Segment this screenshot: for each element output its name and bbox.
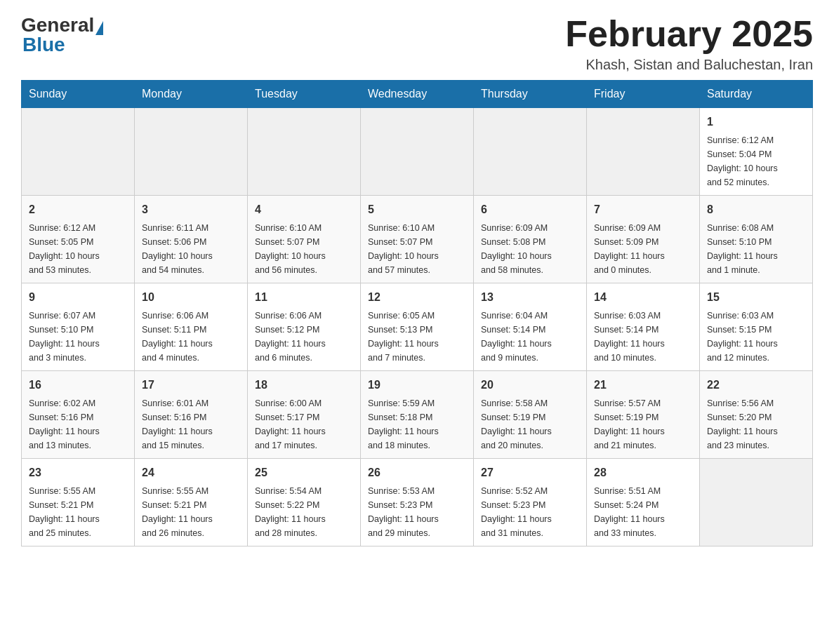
calendar-cell: 11Sunrise: 6:06 AM Sunset: 5:12 PM Dayli… [248, 283, 361, 371]
weekday-wednesday: Wednesday [361, 81, 474, 108]
day-number: 5 [368, 201, 466, 218]
week-row-4: 16Sunrise: 6:02 AM Sunset: 5:16 PM Dayli… [22, 371, 813, 459]
day-number: 10 [142, 289, 240, 306]
day-number: 16 [29, 377, 127, 394]
day-number: 13 [481, 289, 579, 306]
day-number: 21 [594, 377, 692, 394]
day-info: Sunrise: 6:12 AM Sunset: 5:04 PM Dayligh… [707, 133, 805, 189]
week-row-3: 9Sunrise: 6:07 AM Sunset: 5:10 PM Daylig… [22, 283, 813, 371]
day-number: 11 [255, 289, 353, 306]
calendar-cell: 13Sunrise: 6:04 AM Sunset: 5:14 PM Dayli… [474, 283, 587, 371]
day-number: 24 [142, 464, 240, 481]
day-info: Sunrise: 6:04 AM Sunset: 5:14 PM Dayligh… [481, 309, 579, 365]
weekday-tuesday: Tuesday [248, 81, 361, 108]
day-info: Sunrise: 5:57 AM Sunset: 5:19 PM Dayligh… [594, 396, 692, 452]
weekday-sunday: Sunday [22, 81, 135, 108]
day-number: 27 [481, 464, 579, 481]
calendar-cell: 12Sunrise: 6:05 AM Sunset: 5:13 PM Dayli… [361, 283, 474, 371]
calendar-cell: 9Sunrise: 6:07 AM Sunset: 5:10 PM Daylig… [22, 283, 135, 371]
calendar-cell: 14Sunrise: 6:03 AM Sunset: 5:14 PM Dayli… [587, 283, 700, 371]
calendar-cell [474, 108, 587, 196]
weekday-thursday: Thursday [474, 81, 587, 108]
calendar-cell: 22Sunrise: 5:56 AM Sunset: 5:20 PM Dayli… [700, 371, 813, 459]
week-row-2: 2Sunrise: 6:12 AM Sunset: 5:05 PM Daylig… [22, 196, 813, 283]
day-number: 22 [707, 377, 805, 394]
day-number: 23 [29, 464, 127, 481]
weekday-saturday: Saturday [700, 81, 813, 108]
day-info: Sunrise: 5:51 AM Sunset: 5:24 PM Dayligh… [594, 484, 692, 540]
calendar-table: SundayMondayTuesdayWednesdayThursdayFrid… [21, 80, 813, 546]
day-number: 4 [255, 201, 353, 218]
day-info: Sunrise: 5:54 AM Sunset: 5:22 PM Dayligh… [255, 484, 353, 540]
logo: General Blue [21, 14, 105, 56]
calendar-cell: 25Sunrise: 5:54 AM Sunset: 5:22 PM Dayli… [248, 459, 361, 546]
weekday-friday: Friday [587, 81, 700, 108]
calendar-cell: 8Sunrise: 6:08 AM Sunset: 5:10 PM Daylig… [700, 196, 813, 283]
day-number: 3 [142, 201, 240, 218]
location: Khash, Sistan and Baluchestan, Iran [565, 57, 813, 73]
calendar-cell: 6Sunrise: 6:09 AM Sunset: 5:08 PM Daylig… [474, 196, 587, 283]
day-info: Sunrise: 6:06 AM Sunset: 5:12 PM Dayligh… [255, 309, 353, 365]
day-info: Sunrise: 6:10 AM Sunset: 5:07 PM Dayligh… [255, 221, 353, 277]
day-info: Sunrise: 6:10 AM Sunset: 5:07 PM Dayligh… [368, 221, 466, 277]
calendar-cell: 17Sunrise: 6:01 AM Sunset: 5:16 PM Dayli… [135, 371, 248, 459]
calendar-cell [700, 459, 813, 546]
month-title: February 2025 [565, 14, 813, 54]
day-info: Sunrise: 5:53 AM Sunset: 5:23 PM Dayligh… [368, 484, 466, 540]
day-number: 17 [142, 377, 240, 394]
calendar-cell [135, 108, 248, 196]
day-number: 20 [481, 377, 579, 394]
calendar-cell: 28Sunrise: 5:51 AM Sunset: 5:24 PM Dayli… [587, 459, 700, 546]
calendar-cell: 21Sunrise: 5:57 AM Sunset: 5:19 PM Dayli… [587, 371, 700, 459]
day-number: 6 [481, 201, 579, 218]
day-number: 9 [29, 289, 127, 306]
day-info: Sunrise: 6:08 AM Sunset: 5:10 PM Dayligh… [707, 221, 805, 277]
day-number: 19 [368, 377, 466, 394]
weekday-monday: Monday [135, 81, 248, 108]
day-info: Sunrise: 6:09 AM Sunset: 5:09 PM Dayligh… [594, 221, 692, 277]
day-info: Sunrise: 6:07 AM Sunset: 5:10 PM Dayligh… [29, 309, 127, 365]
day-info: Sunrise: 6:03 AM Sunset: 5:14 PM Dayligh… [594, 309, 692, 365]
week-row-5: 23Sunrise: 5:55 AM Sunset: 5:21 PM Dayli… [22, 459, 813, 546]
calendar-cell: 16Sunrise: 6:02 AM Sunset: 5:16 PM Dayli… [22, 371, 135, 459]
day-number: 26 [368, 464, 466, 481]
calendar-cell: 18Sunrise: 6:00 AM Sunset: 5:17 PM Dayli… [248, 371, 361, 459]
calendar-cell: 3Sunrise: 6:11 AM Sunset: 5:06 PM Daylig… [135, 196, 248, 283]
day-number: 8 [707, 201, 805, 218]
logo-blue-text: Blue [22, 34, 65, 56]
day-info: Sunrise: 6:12 AM Sunset: 5:05 PM Dayligh… [29, 221, 127, 277]
calendar-cell [587, 108, 700, 196]
day-info: Sunrise: 6:05 AM Sunset: 5:13 PM Dayligh… [368, 309, 466, 365]
day-number: 12 [368, 289, 466, 306]
weekday-header-row: SundayMondayTuesdayWednesdayThursdayFrid… [22, 81, 813, 108]
day-number: 28 [594, 464, 692, 481]
calendar-cell: 26Sunrise: 5:53 AM Sunset: 5:23 PM Dayli… [361, 459, 474, 546]
day-number: 18 [255, 377, 353, 394]
day-info: Sunrise: 5:55 AM Sunset: 5:21 PM Dayligh… [29, 484, 127, 540]
calendar-cell: 20Sunrise: 5:58 AM Sunset: 5:19 PM Dayli… [474, 371, 587, 459]
calendar-cell [22, 108, 135, 196]
day-info: Sunrise: 5:55 AM Sunset: 5:21 PM Dayligh… [142, 484, 240, 540]
day-number: 25 [255, 464, 353, 481]
day-number: 7 [594, 201, 692, 218]
calendar-cell: 4Sunrise: 6:10 AM Sunset: 5:07 PM Daylig… [248, 196, 361, 283]
calendar-cell: 27Sunrise: 5:52 AM Sunset: 5:23 PM Dayli… [474, 459, 587, 546]
day-number: 1 [707, 114, 805, 130]
calendar-cell: 24Sunrise: 5:55 AM Sunset: 5:21 PM Dayli… [135, 459, 248, 546]
calendar-cell: 5Sunrise: 6:10 AM Sunset: 5:07 PM Daylig… [361, 196, 474, 283]
calendar-cell: 19Sunrise: 5:59 AM Sunset: 5:18 PM Dayli… [361, 371, 474, 459]
day-info: Sunrise: 6:03 AM Sunset: 5:15 PM Dayligh… [707, 309, 805, 365]
calendar-cell [248, 108, 361, 196]
logo-triangle-icon [95, 21, 103, 35]
day-number: 15 [707, 289, 805, 306]
title-section: February 2025 Khash, Sistan and Baluches… [565, 14, 813, 73]
day-info: Sunrise: 5:56 AM Sunset: 5:20 PM Dayligh… [707, 396, 805, 452]
day-info: Sunrise: 6:02 AM Sunset: 5:16 PM Dayligh… [29, 396, 127, 452]
calendar-cell: 15Sunrise: 6:03 AM Sunset: 5:15 PM Dayli… [700, 283, 813, 371]
day-number: 2 [29, 201, 127, 218]
day-info: Sunrise: 6:11 AM Sunset: 5:06 PM Dayligh… [142, 221, 240, 277]
day-info: Sunrise: 5:52 AM Sunset: 5:23 PM Dayligh… [481, 484, 579, 540]
calendar-cell: 2Sunrise: 6:12 AM Sunset: 5:05 PM Daylig… [22, 196, 135, 283]
calendar-cell: 1Sunrise: 6:12 AM Sunset: 5:04 PM Daylig… [700, 108, 813, 196]
calendar-cell: 10Sunrise: 6:06 AM Sunset: 5:11 PM Dayli… [135, 283, 248, 371]
